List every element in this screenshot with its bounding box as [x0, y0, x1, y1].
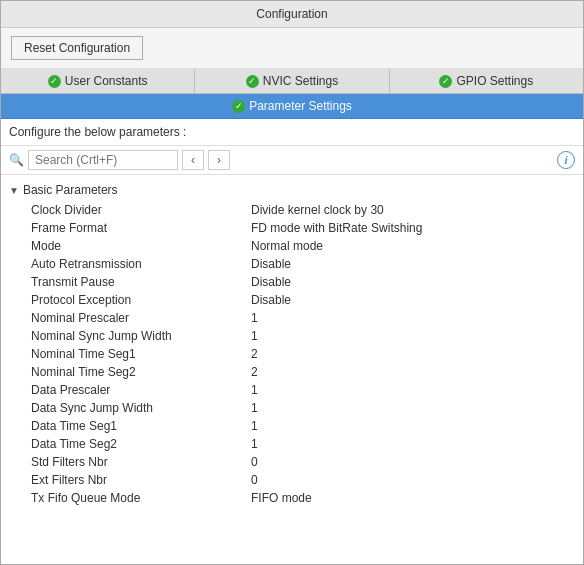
gpio-settings-check-icon: ✓ [439, 75, 452, 88]
active-tab-label: Parameter Settings [249, 99, 352, 113]
tab-gpio-settings-label: GPIO Settings [456, 74, 533, 88]
tab-gpio-settings[interactable]: ✓ GPIO Settings [390, 69, 583, 93]
param-name: Ext Filters Nbr [31, 473, 251, 487]
table-row[interactable]: Ext Filters Nbr0 [1, 471, 583, 489]
param-value: 0 [251, 455, 575, 469]
reset-configuration-button[interactable]: Reset Configuration [11, 36, 143, 60]
param-name: Data Time Seg2 [31, 437, 251, 451]
config-label: Configure the below parameters : [1, 119, 583, 146]
info-icon-label: i [564, 154, 567, 166]
table-row[interactable]: Frame FormatFD mode with BitRate Switshi… [1, 219, 583, 237]
param-name: Nominal Sync Jump Width [31, 329, 251, 343]
table-row[interactable]: Data Prescaler1 [1, 381, 583, 399]
params-area: ▼ Basic Parameters Clock DividerDivide k… [1, 175, 583, 564]
tab-user-constants-label: User Constants [65, 74, 148, 88]
table-row[interactable]: Protocol ExceptionDisable [1, 291, 583, 309]
info-icon[interactable]: i [557, 151, 575, 169]
tab-user-constants[interactable]: ✓ User Constants [1, 69, 195, 93]
param-name: Tx Fifo Queue Mode [31, 491, 251, 505]
active-tab-parameter-settings[interactable]: ✓ Parameter Settings [1, 94, 583, 119]
config-label-text: Configure the below parameters : [9, 125, 186, 139]
param-value: 0 [251, 473, 575, 487]
toolbar: Reset Configuration [1, 28, 583, 69]
tab-nvic-settings-label: NVIC Settings [263, 74, 338, 88]
param-name: Transmit Pause [31, 275, 251, 289]
search-bar: 🔍 ‹ › i [1, 146, 583, 175]
table-row[interactable]: Clock DividerDivide kernel clock by 30 [1, 201, 583, 219]
param-value: 1 [251, 329, 575, 343]
param-value: 1 [251, 437, 575, 451]
table-row[interactable]: Data Time Seg21 [1, 435, 583, 453]
title-bar: Configuration [1, 1, 583, 28]
param-name: Nominal Prescaler [31, 311, 251, 325]
nav-forward-button[interactable]: › [208, 150, 230, 170]
param-name: Std Filters Nbr [31, 455, 251, 469]
param-value: FIFO mode [251, 491, 575, 505]
param-name: Nominal Time Seg1 [31, 347, 251, 361]
param-name: Data Prescaler [31, 383, 251, 397]
param-name: Auto Retransmission [31, 257, 251, 271]
param-value: 1 [251, 383, 575, 397]
param-name: Frame Format [31, 221, 251, 235]
parameter-settings-check-icon: ✓ [232, 100, 245, 113]
param-value: 2 [251, 365, 575, 379]
table-row[interactable]: Data Sync Jump Width1 [1, 399, 583, 417]
param-name: Protocol Exception [31, 293, 251, 307]
search-input[interactable] [28, 150, 178, 170]
param-value: Disable [251, 275, 575, 289]
param-value: 1 [251, 419, 575, 433]
main-window: Configuration Reset Configuration ✓ User… [0, 0, 584, 565]
param-rows-container: Clock DividerDivide kernel clock by 30Fr… [1, 201, 583, 507]
nav-back-button[interactable]: ‹ [182, 150, 204, 170]
param-value: 1 [251, 311, 575, 325]
table-row[interactable]: Nominal Time Seg12 [1, 345, 583, 363]
table-row[interactable]: Nominal Prescaler1 [1, 309, 583, 327]
param-value: Disable [251, 257, 575, 271]
param-name: Data Time Seg1 [31, 419, 251, 433]
param-value: 1 [251, 401, 575, 415]
tab-nvic-settings[interactable]: ✓ NVIC Settings [195, 69, 389, 93]
table-row[interactable]: Std Filters Nbr0 [1, 453, 583, 471]
nvic-settings-check-icon: ✓ [246, 75, 259, 88]
param-name: Clock Divider [31, 203, 251, 217]
user-constants-check-icon: ✓ [48, 75, 61, 88]
table-row[interactable]: Data Time Seg11 [1, 417, 583, 435]
table-row[interactable]: ModeNormal mode [1, 237, 583, 255]
section-label: Basic Parameters [23, 183, 118, 197]
section-header-basic-parameters[interactable]: ▼ Basic Parameters [1, 179, 583, 201]
table-row[interactable]: Transmit PauseDisable [1, 273, 583, 291]
window-title: Configuration [256, 7, 327, 21]
param-value: Normal mode [251, 239, 575, 253]
search-icon: 🔍 [9, 153, 24, 167]
param-value: Disable [251, 293, 575, 307]
param-name: Nominal Time Seg2 [31, 365, 251, 379]
param-name: Mode [31, 239, 251, 253]
param-value: Divide kernel clock by 30 [251, 203, 575, 217]
table-row[interactable]: Nominal Sync Jump Width1 [1, 327, 583, 345]
table-row[interactable]: Auto RetransmissionDisable [1, 255, 583, 273]
param-value: 2 [251, 347, 575, 361]
tabs-row: ✓ User Constants ✓ NVIC Settings ✓ GPIO … [1, 69, 583, 94]
param-value: FD mode with BitRate Switshing [251, 221, 575, 235]
table-row[interactable]: Nominal Time Seg22 [1, 363, 583, 381]
table-row[interactable]: Tx Fifo Queue ModeFIFO mode [1, 489, 583, 507]
chevron-down-icon: ▼ [9, 185, 19, 196]
param-name: Data Sync Jump Width [31, 401, 251, 415]
